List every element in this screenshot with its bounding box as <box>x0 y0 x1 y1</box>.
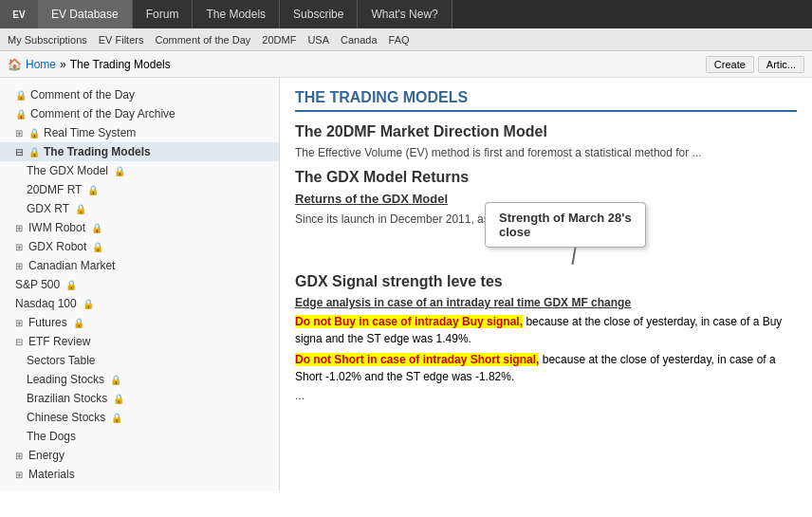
nav-tab-whats-new[interactable]: What's New? <box>358 0 452 28</box>
chinese-lock-icon: 🔒 <box>111 413 122 423</box>
nav-tab-subscribe[interactable]: Subscribe <box>280 0 358 28</box>
highlight-text-1: Do not Buy in case of intraday Buy signa… <box>295 313 797 347</box>
sidebar-item-comment-of-day[interactable]: 🔒 Comment of the Day <box>0 85 279 104</box>
expand-icon: ⊞ <box>15 318 23 328</box>
expand-icon: ⊟ <box>15 337 23 347</box>
etf-label: ETF Review <box>28 335 90 348</box>
expand-icon: ⊞ <box>15 261 23 271</box>
full-header: EV EV Database Forum The Models Subscrib… <box>0 0 812 28</box>
sidebar-item-futures[interactable]: ⊞ Futures 🔒 <box>0 313 279 332</box>
gdx-model-label: The GDX Model <box>27 164 108 177</box>
gdx-rt-label: GDX RT <box>27 202 69 215</box>
sec-nav-20dmf[interactable]: 20DMF <box>262 34 296 46</box>
sec-nav-my-subscriptions[interactable]: My Subscriptions <box>8 34 87 46</box>
sidebar-item-gdx-robot[interactable]: ⊞ GDX Robot 🔒 <box>0 237 279 256</box>
expand-icon: ⊞ <box>15 128 23 138</box>
sec-nav-canada[interactable]: Canada <box>341 34 378 46</box>
expand-icon: ⊞ <box>15 242 23 252</box>
sidebar-item-canadian-market[interactable]: ⊞ Canadian Market <box>0 256 279 275</box>
gdx-robot-label: GDX Robot <box>28 240 86 253</box>
gdx-lock-icon: 🔒 <box>114 166 125 176</box>
gdx-chart-area: Since its launch in December 2011, as o … <box>295 212 797 226</box>
article-button[interactable]: Artic... <box>758 56 804 73</box>
dogs-label: The Dogs <box>27 430 76 443</box>
edge-analysis-heading: Edge analysis in case of an intraday rea… <box>295 296 797 309</box>
sidebar-item-chinese-stocks[interactable]: Chinese Stocks 🔒 <box>0 408 279 427</box>
nav-tab-ev-database[interactable]: EV Database <box>38 0 133 28</box>
sp500-lock-icon: 🔒 <box>65 280 77 290</box>
sidebar-item-gdx-rt[interactable]: GDX RT 🔒 <box>0 199 279 218</box>
sidebar-label: The Trading Models <box>44 145 151 158</box>
sec-nav-faq[interactable]: FAQ <box>389 34 410 46</box>
sidebar-label: Comment of the Day Archive <box>30 107 175 120</box>
futures-label: Futures <box>28 316 67 329</box>
sidebar-item-materials[interactable]: ⊞ Materials <box>0 465 279 484</box>
breadcrumb: 🏠 Home » The Trading Models <box>8 58 171 71</box>
section3-heading: GDX Signal strength leve tes <box>295 273 797 290</box>
20dmf-lock-icon: 🔒 <box>87 185 99 195</box>
sec-nav-usa[interactable]: USA <box>307 34 329 46</box>
leading-label: Leading Stocks <box>27 373 104 386</box>
breadcrumb-home[interactable]: Home <box>26 58 56 71</box>
breadcrumb-current: The Trading Models <box>70 58 171 71</box>
futures-lock-icon: 🔒 <box>73 318 84 328</box>
expand-icon: ⊞ <box>15 470 23 480</box>
sidebar-item-leading-stocks[interactable]: Leading Stocks 🔒 <box>0 370 279 389</box>
sidebar-item-trading-models[interactable]: ⊟ 🔒 The Trading Models <box>0 142 279 161</box>
archive-icon: 🔒 <box>15 109 27 120</box>
sidebar-item-sectors-table[interactable]: Sectors Table <box>0 351 279 370</box>
sec-nav-comment-of-day[interactable]: Comment of the Day <box>155 34 250 46</box>
tooltip-bubble: Strength of March 28's close <box>485 202 646 248</box>
create-button[interactable]: Create <box>706 56 754 73</box>
main-layout: 🔒 Comment of the Day 🔒 Comment of the Da… <box>0 78 812 490</box>
sidebar-item-energy[interactable]: ⊞ Energy <box>0 446 279 465</box>
section1-heading: The 20DMF Market Direction Model <box>295 123 797 140</box>
canadian-label: Canadian Market <box>28 259 115 272</box>
sidebar-item-20dmf-rt[interactable]: 20DMF RT 🔒 <box>0 180 279 199</box>
nav-tab-forum[interactable]: Forum <box>133 0 194 28</box>
sidebar-item-comment-archive[interactable]: 🔒 Comment of the Day Archive <box>0 104 279 123</box>
sidebar-item-brazilian-stocks[interactable]: Brazilian Stocks 🔒 <box>0 389 279 408</box>
content-title: THE TRADING MODELS <box>295 89 797 112</box>
gdx-robot-lock-icon: 🔒 <box>92 242 103 252</box>
sidebar-label: Comment of the Day <box>30 88 135 102</box>
iwm-lock-icon: 🔒 <box>91 223 102 233</box>
sidebar-item-sp500[interactable]: S&P 500 🔒 <box>0 275 279 294</box>
sec-nav-ev-filters[interactable]: EV Filters <box>99 34 144 46</box>
expand-icon: ⊞ <box>15 451 23 461</box>
action-bar: Create Artic... <box>706 56 804 73</box>
highlight-text-2: Do not Short in case of intraday Short s… <box>295 351 797 385</box>
more-text: ... <box>295 389 797 402</box>
sidebar-item-iwm-robot[interactable]: ⊞ IWM Robot 🔒 <box>0 218 279 237</box>
comment-day-icon: 🔒 <box>15 90 27 101</box>
sidebar-label: Real Time System <box>44 126 136 139</box>
iwm-label: IWM Robot <box>28 221 85 234</box>
sectors-label: Sectors Table <box>27 354 96 367</box>
sidebar-item-the-dogs[interactable]: The Dogs <box>0 427 279 446</box>
logo-area: EV <box>0 0 38 28</box>
sp500-label: S&P 500 <box>15 278 60 291</box>
collapse-icon: ⊟ <box>15 147 23 157</box>
brazilian-lock-icon: 🔒 <box>113 394 124 404</box>
secondary-nav: My Subscriptions EV Filters Comment of t… <box>0 28 812 51</box>
content-area: THE TRADING MODELS The 20DMF Market Dire… <box>280 78 812 490</box>
expand-icon: ⊞ <box>15 223 23 233</box>
section2-text: Since its launch in December 2011, as o <box>295 212 499 226</box>
sidebar-item-gdx-model[interactable]: The GDX Model 🔒 <box>0 161 279 180</box>
nasdaq-label: Nasdaq 100 <box>15 297 77 310</box>
nasdaq-lock-icon: 🔒 <box>83 299 94 309</box>
sidebar-item-etf-review[interactable]: ⊟ ETF Review <box>0 332 279 351</box>
sidebar-item-nasdaq100[interactable]: Nasdaq 100 🔒 <box>0 294 279 313</box>
chinese-label: Chinese Stocks <box>27 411 105 424</box>
brazilian-label: Brazilian Stocks <box>27 392 107 405</box>
home-icon: 🏠 <box>8 58 22 71</box>
nav-tabs: EV Database Forum The Models Subscribe W… <box>38 0 452 28</box>
highlight-short: Do not Short in case of intraday Short s… <box>295 353 539 366</box>
sidebar-item-real-time-system[interactable]: ⊞ 🔒 Real Time System <box>0 123 279 142</box>
sidebar: 🔒 Comment of the Day 🔒 Comment of the Da… <box>0 78 280 490</box>
breadcrumb-sep: » <box>60 58 66 71</box>
20dmf-rt-label: 20DMF RT <box>27 183 82 196</box>
tooltip-pointer-line <box>572 248 577 265</box>
materials-label: Materials <box>28 468 75 481</box>
nav-tab-the-models[interactable]: The Models <box>193 0 280 28</box>
